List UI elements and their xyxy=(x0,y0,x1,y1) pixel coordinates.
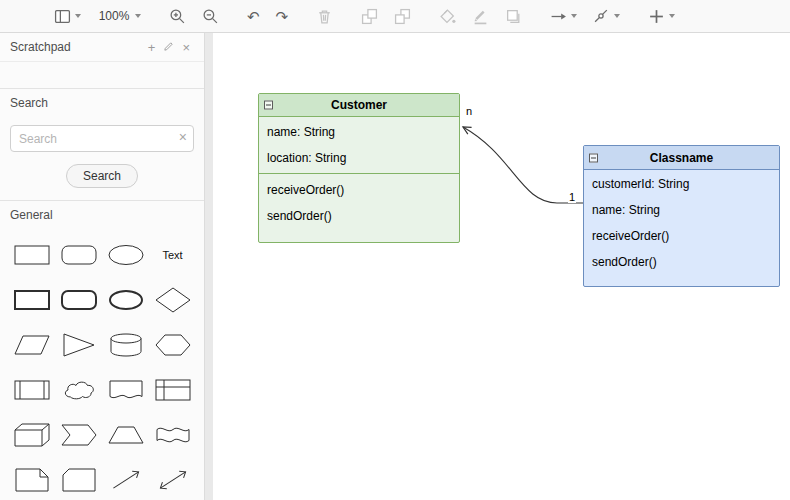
shape-internal-storage[interactable] xyxy=(152,376,194,404)
uml-class-customer[interactable]: Customer name: String location: String r… xyxy=(258,93,460,243)
zoom-level: 100% xyxy=(97,9,131,23)
zoom-dropdown[interactable]: 100% xyxy=(95,6,143,26)
chevron-down-icon xyxy=(75,14,81,18)
to-back-button[interactable] xyxy=(392,5,413,28)
class-member[interactable]: sendOrder() xyxy=(584,249,779,275)
fill-color-button[interactable] xyxy=(437,5,458,28)
zoom-out-icon xyxy=(202,8,219,25)
shape-card[interactable] xyxy=(58,466,100,494)
connection-style-icon xyxy=(593,8,610,25)
shape-rectangle[interactable] xyxy=(11,241,53,269)
chevron-down-icon xyxy=(571,14,577,18)
search-section-title: Search xyxy=(10,96,48,110)
view-panels-icon xyxy=(54,8,71,25)
redo-button[interactable]: ↷ xyxy=(274,6,291,27)
class-header[interactable]: Classname xyxy=(584,146,779,170)
class-title: Customer xyxy=(331,98,387,112)
general-section-header[interactable]: General xyxy=(0,200,204,229)
shape-tape[interactable] xyxy=(152,421,194,449)
chevron-down-icon xyxy=(135,14,141,18)
shape-text[interactable]: Text xyxy=(152,241,194,269)
view-panels-button[interactable] xyxy=(52,5,83,28)
shape-cube[interactable] xyxy=(11,421,53,449)
to-front-button[interactable] xyxy=(359,5,380,28)
toolbar: 100% ↶ ↷ xyxy=(0,0,790,33)
edge-target-multiplicity[interactable]: n xyxy=(465,105,473,117)
close-scratchpad-icon[interactable]: × xyxy=(178,41,194,54)
insert-button[interactable] xyxy=(646,5,677,28)
shape-note[interactable] xyxy=(11,466,53,494)
connection-arrow-icon xyxy=(550,8,567,25)
class-method[interactable]: sendOrder() xyxy=(259,203,459,229)
shapes-sidebar: Scratchpad + × Search × Search General xyxy=(0,33,205,500)
class-field[interactable]: name: String xyxy=(259,119,459,145)
shape-cloud[interactable] xyxy=(58,376,100,404)
to-back-icon xyxy=(394,8,411,25)
class-member[interactable]: receiveOrder() xyxy=(584,223,779,249)
to-front-icon xyxy=(361,8,378,25)
shape-rounded-rectangle[interactable] xyxy=(58,241,100,269)
zoom-in-button[interactable] xyxy=(167,5,188,28)
shape-triangle[interactable] xyxy=(58,331,100,359)
connection-arrow-button[interactable] xyxy=(548,5,579,28)
shape-rounded-rectangle-bold[interactable] xyxy=(58,286,100,314)
shape-parallelogram[interactable] xyxy=(11,331,53,359)
shape-palette: Text xyxy=(0,229,204,500)
pencil-icon xyxy=(163,41,174,52)
shape-process[interactable] xyxy=(11,376,53,404)
class-title: Classname xyxy=(650,151,713,165)
scratchpad-title: Scratchpad xyxy=(10,40,71,54)
shape-diamond[interactable] xyxy=(152,286,194,314)
fill-color-icon xyxy=(439,8,456,25)
delete-button[interactable] xyxy=(314,5,335,28)
redo-icon: ↷ xyxy=(276,9,289,24)
shape-bidirectional-arrow[interactable] xyxy=(152,466,194,494)
edit-scratchpad-icon[interactable] xyxy=(159,41,178,54)
class-method[interactable]: receiveOrder() xyxy=(259,177,459,203)
uml-class-classname[interactable]: Classname customerId: String name: Strin… xyxy=(583,145,780,287)
class-header[interactable]: Customer xyxy=(259,94,459,117)
section-divider xyxy=(259,173,459,174)
scratchpad-drop-area[interactable] xyxy=(0,62,204,88)
plus-icon xyxy=(648,8,665,25)
search-button[interactable]: Search xyxy=(66,164,138,188)
connection-style-button[interactable] xyxy=(591,5,622,28)
clear-search-icon[interactable]: × xyxy=(179,130,187,144)
class-field[interactable]: location: String xyxy=(259,145,459,171)
trash-icon xyxy=(316,8,333,25)
add-to-scratchpad-icon[interactable]: + xyxy=(144,41,160,54)
line-color-icon xyxy=(472,8,489,25)
shape-step[interactable] xyxy=(58,421,100,449)
general-section-title: General xyxy=(10,208,53,222)
zoom-out-button[interactable] xyxy=(200,5,221,28)
collapse-icon[interactable] xyxy=(264,101,273,110)
shape-ellipse-bold[interactable] xyxy=(105,286,147,314)
edge-source-multiplicity[interactable]: 1 xyxy=(568,191,576,203)
collapse-icon[interactable] xyxy=(589,153,598,162)
sidebar-resizer[interactable] xyxy=(205,33,213,500)
search-input[interactable] xyxy=(10,125,194,152)
shape-hexagon[interactable] xyxy=(152,331,194,359)
canvas[interactable]: n 1 Customer name: String location: Stri… xyxy=(213,33,790,500)
chevron-down-icon xyxy=(669,14,675,18)
shadow-icon xyxy=(505,8,522,25)
undo-button[interactable]: ↶ xyxy=(245,6,262,27)
shape-arrow[interactable] xyxy=(105,466,147,494)
chevron-down-icon xyxy=(614,14,620,18)
zoom-in-icon xyxy=(169,8,186,25)
shape-ellipse[interactable] xyxy=(105,241,147,269)
line-color-button[interactable] xyxy=(470,5,491,28)
shape-trapezoid[interactable] xyxy=(105,421,147,449)
class-member[interactable]: name: String xyxy=(584,197,779,223)
scratchpad-header[interactable]: Scratchpad + × xyxy=(0,33,204,62)
search-section-header[interactable]: Search xyxy=(0,88,204,117)
class-member[interactable]: customerId: String xyxy=(584,171,779,197)
shadow-button[interactable] xyxy=(503,5,524,28)
shape-cylinder[interactable] xyxy=(105,331,147,359)
shape-rectangle-bold[interactable] xyxy=(11,286,53,314)
undo-icon: ↶ xyxy=(247,9,260,24)
shape-document[interactable] xyxy=(105,376,147,404)
